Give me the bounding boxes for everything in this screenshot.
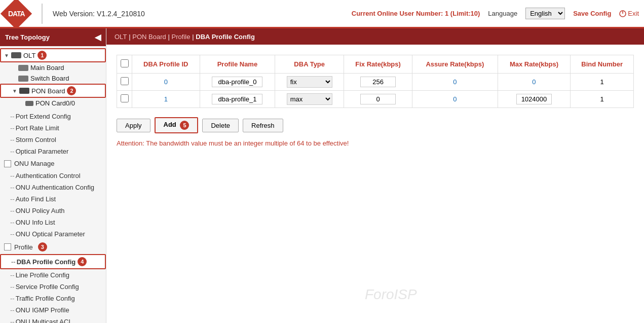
header: DATA Web Version: V1.2.4_210810 Current … (0, 0, 644, 28)
col-bind-number: Bind Number (571, 55, 634, 74)
dba-profile-table: DBA Profile ID Profile Name DBA Type Fix… (117, 55, 634, 108)
apply-button[interactable]: Apply (117, 119, 150, 132)
sidebar: Tree Topology ◀ ▼ OLT 1 Main Board (0, 28, 106, 323)
col-fix-rate: Fix Rate(kbps) (344, 55, 412, 74)
add-button[interactable]: Add 5 (155, 117, 199, 133)
row-fix-rate-1[interactable] (360, 94, 396, 104)
main-layout: Tree Topology ◀ ▼ OLT 1 Main Board (0, 28, 644, 323)
breadcrumb: OLT | PON Board | Profile | DBA Profile … (106, 28, 644, 45)
content-area: ForoISP DBA Profile ID Profile Name (106, 45, 644, 323)
col-assure-rate: Assure Rate(kbps) (412, 55, 498, 74)
save-config-link[interactable]: Save Config (573, 10, 611, 17)
action-bar: Apply Add 5 Delete Refresh (111, 113, 639, 137)
menu-igmp-profile[interactable]: ONU IGMP Profile (0, 304, 106, 316)
row-type-0[interactable]: fix assure max assure+fix max+fix max+as… (287, 76, 332, 88)
badge-1: 1 (37, 51, 47, 60)
menu-service-profile[interactable]: Service Profile Config (0, 281, 106, 293)
row-assure-1[interactable]: 0 (453, 95, 457, 103)
row-id-1[interactable]: 1 (164, 95, 168, 103)
breadcrumb-pon-board[interactable]: PON Board (132, 33, 166, 41)
menu-dba-profile[interactable]: DBA Profile Config 4 (0, 254, 106, 269)
tree-area: ▼ OLT 1 Main Board Switch Board ▼ (0, 46, 106, 111)
menu-onu-optical[interactable]: ONU Optical Parameter (0, 228, 106, 240)
table-row: 1 fix assure max assure+fix max+fix max+… (117, 91, 634, 108)
refresh-button[interactable]: Refresh (243, 119, 283, 132)
col-profile-name: Profile Name (200, 55, 275, 74)
attention-message: Attention: The bandwidth value must be a… (111, 137, 639, 149)
breadcrumb-olt[interactable]: OLT (115, 33, 127, 41)
tree-pon-board[interactable]: ▼ PON Board 2 (0, 84, 106, 98)
header-right: Current Online User Number: 1 (Limit:10)… (352, 8, 639, 19)
select-all-checkbox[interactable] (121, 59, 129, 67)
badge-2: 2 (67, 86, 76, 95)
menu-onu-info[interactable]: ONU Info List (0, 217, 106, 228)
logo-area: DATA (5, 4, 43, 24)
profile-checkbox[interactable] (4, 243, 11, 250)
menu-profile[interactable]: Profile 3 (0, 240, 106, 254)
power-icon (619, 10, 626, 17)
row-max-1[interactable] (516, 94, 552, 104)
badge-4: 4 (78, 257, 87, 266)
main-board-icon (18, 65, 28, 71)
row-name-1[interactable] (212, 94, 262, 104)
breadcrumb-current: DBA Profile Config (196, 33, 255, 41)
row-id-0[interactable]: 0 (164, 78, 168, 86)
menu-auto-find[interactable]: Auto Find List (0, 193, 106, 205)
menu-optical-param[interactable]: Optical Parameter (0, 146, 106, 157)
onu-manage-checkbox[interactable] (4, 160, 11, 167)
row-name-0[interactable] (212, 77, 262, 87)
exit-button[interactable]: Exit (619, 10, 639, 17)
tree-pon-card[interactable]: PON Card0/0 (0, 98, 106, 109)
olt-toggle: ▼ (4, 53, 11, 58)
sidebar-header: Tree Topology ◀ (0, 28, 106, 46)
web-version: Web Version: V1.2.4_210810 (53, 10, 145, 18)
breadcrumb-profile[interactable]: Profile (172, 33, 191, 41)
menu-onu-manage[interactable]: ONU Manage (0, 157, 106, 170)
row-fix-rate-0[interactable] (360, 77, 396, 87)
sidebar-collapse-icon[interactable]: ◀ (95, 32, 101, 42)
col-checkbox (117, 55, 132, 74)
col-dba-profile-id: DBA Profile ID (132, 55, 200, 74)
delete-button[interactable]: Delete (202, 119, 239, 132)
menu-port-extend[interactable]: Port Extend Config (0, 111, 106, 122)
menu-port-rate[interactable]: Port Rate Limit (0, 122, 106, 134)
language-label: Language (488, 10, 517, 17)
badge-5: 5 (180, 121, 189, 130)
online-users-label: Current Online User Number: 1 (Limit:10) (352, 10, 480, 17)
logo-icon: DATA (1, 0, 32, 29)
language-select[interactable]: English Chinese (525, 8, 565, 19)
row-assure-0[interactable]: 0 (453, 78, 457, 86)
row-checkbox-0[interactable] (121, 77, 129, 85)
menu-storm-control[interactable]: Storm Control (0, 134, 106, 146)
watermark: ForoISP (365, 286, 417, 303)
tree-main-board[interactable]: Main Board (0, 62, 106, 73)
pon-card-icon (25, 101, 33, 106)
row-type-1[interactable]: fix assure max assure+fix max+fix max+as… (287, 93, 332, 105)
menu-onu-auth-config[interactable]: ONU Authentication Config (0, 182, 106, 193)
olt-icon (11, 52, 21, 58)
table-container: DBA Profile ID Profile Name DBA Type Fix… (111, 50, 639, 113)
pon-board-icon (19, 88, 29, 94)
table-row: 0 fix assure max assure+fix max+fix max+… (117, 74, 634, 91)
menu-auth-control[interactable]: Authentication Control (0, 170, 106, 182)
table-body: 0 fix assure max assure+fix max+fix max+… (117, 74, 634, 108)
switch-board-icon (18, 76, 28, 82)
sidebar-menu: Port Extend Config Port Rate Limit Storm… (0, 111, 106, 323)
online-users-count: 1 (445, 10, 448, 17)
tree-topology-title: Tree Topology (5, 33, 50, 41)
menu-onu-policy[interactable]: ONU Policy Auth (0, 205, 106, 217)
col-dba-type: DBA Type (275, 55, 344, 74)
row-checkbox-1[interactable] (121, 94, 129, 102)
badge-3: 3 (38, 242, 47, 252)
menu-traffic-profile[interactable]: Traffic Profile Config (0, 293, 106, 304)
tree-olt[interactable]: ▼ OLT 1 (0, 48, 106, 62)
right-panel: OLT | PON Board | Profile | DBA Profile … (106, 28, 644, 323)
tree-switch-board[interactable]: Switch Board (0, 73, 106, 84)
col-max-rate: Max Rate(kbps) (498, 55, 571, 74)
menu-line-profile[interactable]: Line Profile Config (0, 269, 106, 281)
row-max-0[interactable]: 0 (532, 78, 536, 86)
menu-multicast-acl[interactable]: ONU Multicast ACL (0, 316, 106, 323)
